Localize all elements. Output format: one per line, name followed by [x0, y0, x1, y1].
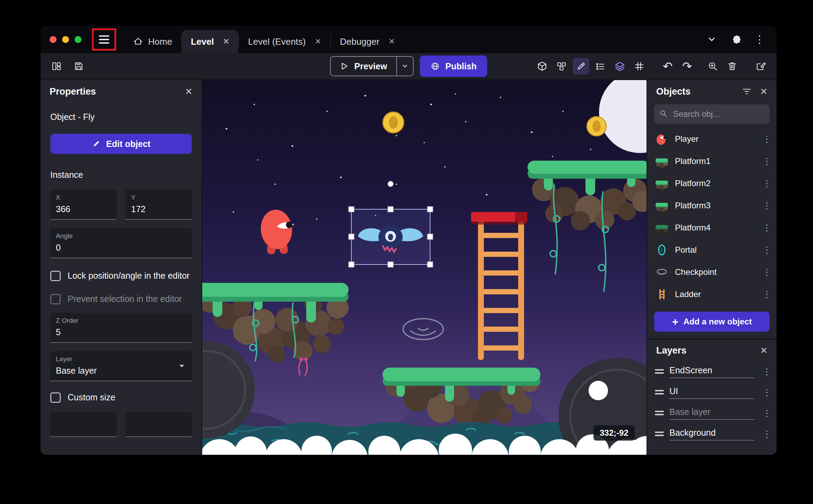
- publish-button[interactable]: Publish: [420, 55, 487, 77]
- objects-groups-button[interactable]: [553, 58, 570, 75]
- tab-level[interactable]: Level ✕: [182, 30, 238, 53]
- layers-header: Layers ✕: [647, 340, 777, 361]
- layer-row-base-layer[interactable]: Base layer ⋮: [647, 403, 777, 424]
- edit-properties-button[interactable]: [573, 58, 589, 75]
- object-menu-icon[interactable]: ⋮: [760, 178, 774, 189]
- layer-name-field[interactable]: Background: [669, 428, 754, 441]
- app-window: Home Level ✕ Level (Events) ✕ Debugger ✕: [41, 26, 777, 455]
- object-item-ladder[interactable]: Ladder ⋮: [647, 283, 777, 305]
- close-layers-icon[interactable]: ✕: [760, 345, 768, 356]
- preview-options-button[interactable]: [396, 57, 413, 76]
- object-menu-icon[interactable]: ⋮: [760, 156, 774, 167]
- object-item-platform4[interactable]: Platform4 ⋮: [647, 217, 777, 239]
- more-options-icon[interactable]: ⋮: [754, 34, 765, 45]
- objects-search-box[interactable]: [654, 104, 770, 124]
- object-item-checkpoint[interactable]: Checkpoint ⋮: [647, 261, 777, 283]
- add-new-object-button[interactable]: + Add a new object: [654, 312, 770, 332]
- layer-row-endscreen[interactable]: EndScreen ⋮: [647, 361, 777, 382]
- object-name-label: Object - Fly: [50, 112, 192, 122]
- chevron-down-icon: [177, 362, 186, 371]
- ladder-thumbnail: [655, 287, 669, 301]
- custom-size-checkbox-row[interactable]: Custom size: [50, 392, 192, 403]
- tab-level-events[interactable]: Level (Events) ✕: [239, 30, 330, 53]
- edit-object-button[interactable]: Edit object: [50, 134, 192, 154]
- objects-search-input[interactable]: [673, 109, 764, 119]
- maximize-window-button[interactable]: [75, 36, 82, 43]
- toolbar-right: ↶ ↷: [534, 58, 769, 75]
- layer-name-field[interactable]: EndScreen: [669, 365, 754, 378]
- delete-button[interactable]: [724, 58, 741, 75]
- x-field[interactable]: X 366: [50, 190, 117, 220]
- close-window-button[interactable]: [50, 36, 57, 43]
- object-menu-icon[interactable]: ⋮: [760, 134, 774, 145]
- clipped-field[interactable]: [50, 412, 117, 437]
- layer-select[interactable]: Layer Base layer: [50, 351, 192, 381]
- lock-position-checkbox-row[interactable]: Lock position/angle in the editor: [50, 270, 192, 281]
- y-field[interactable]: Y 172: [126, 190, 192, 220]
- layers-button[interactable]: [611, 58, 628, 75]
- portal-thumbnail: [655, 243, 669, 257]
- tab-home[interactable]: Home: [124, 30, 181, 53]
- grid-button[interactable]: [631, 58, 648, 75]
- minimize-window-button[interactable]: [62, 36, 69, 43]
- layer-menu-icon[interactable]: ⋮: [760, 387, 774, 398]
- layer-menu-icon[interactable]: ⋮: [760, 366, 774, 377]
- close-tab-icon[interactable]: ✕: [315, 37, 321, 46]
- layer-row-ui[interactable]: UI ⋮: [647, 382, 777, 403]
- object-menu-icon[interactable]: ⋮: [760, 245, 774, 255]
- toggle-panels-button[interactable]: [48, 58, 65, 75]
- 3d-view-button[interactable]: [534, 58, 550, 75]
- object-menu-icon[interactable]: ⋮: [760, 223, 774, 233]
- drag-handle-icon[interactable]: [655, 390, 664, 395]
- lock-position-checkbox[interactable]: [50, 271, 61, 281]
- tab-debugger[interactable]: Debugger ✕: [331, 30, 404, 53]
- layer-row-background[interactable]: Background ⋮: [647, 424, 777, 444]
- scene-canvas[interactable]: 332;-92: [202, 80, 647, 455]
- object-item-portal[interactable]: Portal ⋮: [647, 239, 777, 261]
- layer-menu-icon[interactable]: ⋮: [760, 429, 774, 440]
- object-menu-icon[interactable]: ⋮: [760, 289, 774, 300]
- rotate-handle[interactable]: [388, 181, 393, 187]
- save-button[interactable]: [70, 58, 87, 75]
- object-item-platform3[interactable]: Platform3 ⋮: [647, 194, 777, 217]
- layers-icon: [615, 61, 625, 71]
- undo-button[interactable]: ↶: [659, 58, 676, 75]
- object-menu-icon[interactable]: ⋮: [760, 267, 774, 278]
- drag-handle-icon[interactable]: [655, 410, 664, 416]
- prevent-selection-checkbox[interactable]: [50, 294, 61, 304]
- toolbar-left: [48, 58, 87, 75]
- cursor-coordinates-tooltip: 332;-92: [593, 425, 635, 441]
- layer-menu-icon[interactable]: ⋮: [760, 408, 774, 419]
- z-order-field[interactable]: Z Order 5: [50, 313, 192, 343]
- close-tab-icon[interactable]: ✕: [388, 37, 395, 46]
- object-item-platform2[interactable]: Platform2 ⋮: [647, 172, 777, 194]
- preview-button-group: Preview: [330, 56, 414, 76]
- drag-handle-icon[interactable]: [655, 369, 664, 374]
- redo-button[interactable]: ↷: [679, 58, 695, 75]
- object-item-platform1[interactable]: Platform1 ⋮: [647, 150, 777, 172]
- chevron-down-icon[interactable]: [707, 34, 717, 45]
- filter-icon[interactable]: [742, 87, 752, 96]
- clipped-field[interactable]: [126, 412, 192, 437]
- extensions-puzzle-icon[interactable]: [730, 34, 741, 45]
- pencil-icon: [576, 61, 586, 71]
- annotation-red-box: [92, 28, 116, 51]
- close-tab-icon[interactable]: ✕: [223, 37, 229, 46]
- custom-size-checkbox[interactable]: [50, 392, 61, 403]
- close-properties-icon[interactable]: ✕: [185, 86, 192, 97]
- object-item-player[interactable]: Player ⋮: [647, 128, 777, 150]
- layer-name-field[interactable]: Base layer: [669, 407, 754, 420]
- layer-name-field[interactable]: UI: [669, 386, 754, 399]
- drag-handle-icon[interactable]: [655, 431, 664, 437]
- prevent-selection-label: Prevent selection in the editor: [68, 293, 182, 305]
- instances-list-button[interactable]: [592, 58, 609, 75]
- preview-button[interactable]: Preview: [331, 57, 396, 76]
- close-objects-icon[interactable]: ✕: [760, 86, 768, 97]
- object-menu-icon[interactable]: ⋮: [760, 200, 774, 211]
- angle-field[interactable]: Angle 0: [50, 228, 192, 258]
- hamburger-menu-button[interactable]: [99, 35, 109, 44]
- zoom-button[interactable]: [704, 58, 721, 75]
- title-bar: Home Level ✕ Level (Events) ✕ Debugger ✕: [41, 26, 777, 53]
- edit-scene-button[interactable]: [752, 58, 769, 75]
- prevent-selection-checkbox-row[interactable]: Prevent selection in the editor: [50, 293, 192, 305]
